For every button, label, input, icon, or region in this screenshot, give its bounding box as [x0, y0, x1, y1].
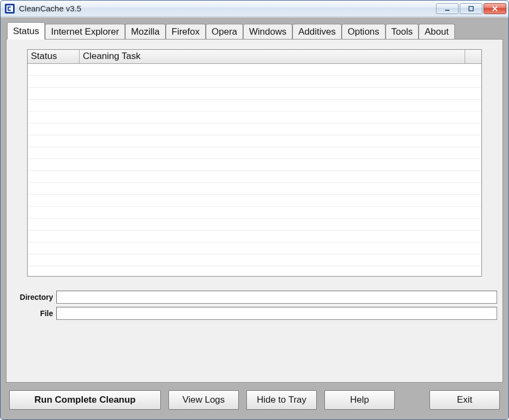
window-title: CleanCache v3.5 [18, 4, 436, 13]
field-block: Directory File [11, 291, 497, 320]
list-item [28, 76, 481, 88]
status-listview[interactable]: Status Cleaning Task [27, 49, 482, 277]
directory-field[interactable] [56, 291, 497, 304]
main-window: CleanCache v3.5 Status Internet Explorer… [0, 0, 509, 420]
listview-rows [28, 64, 481, 276]
list-item [28, 135, 481, 147]
list-item [28, 254, 481, 266]
list-item [28, 147, 481, 159]
tab-additives[interactable]: Additives [292, 24, 342, 39]
maximize-icon [468, 5, 474, 12]
list-item [28, 88, 481, 100]
tab-body-status: Status Cleaning Task [6, 39, 503, 383]
list-item [28, 242, 481, 254]
column-header-cleaning-task[interactable]: Cleaning Task [80, 50, 465, 63]
tab-internet-explorer[interactable]: Internet Explorer [45, 24, 125, 39]
minimize-button[interactable] [436, 3, 459, 14]
maximize-button[interactable] [460, 3, 482, 14]
tab-windows[interactable]: Windows [243, 24, 292, 39]
view-logs-button[interactable]: View Logs [168, 390, 239, 410]
tab-mozilla[interactable]: Mozilla [125, 24, 166, 39]
svg-rect-6 [469, 6, 473, 11]
tab-tools[interactable]: Tools [386, 24, 419, 39]
list-item [28, 171, 481, 183]
column-header-status[interactable]: Status [28, 50, 80, 63]
tab-firefox[interactable]: Firefox [166, 24, 206, 39]
tab-options[interactable]: Options [342, 24, 386, 39]
list-item [28, 100, 481, 111]
list-item [28, 123, 481, 135]
title-bar: CleanCache v3.5 [1, 1, 508, 17]
close-button[interactable] [484, 3, 506, 14]
exit-button[interactable]: Exit [429, 390, 500, 410]
close-icon [492, 5, 498, 12]
window-controls [436, 3, 506, 14]
svg-rect-4 [8, 10, 11, 11]
file-label: File [11, 309, 56, 318]
list-item [28, 64, 481, 76]
directory-label: Directory [11, 293, 56, 301]
tab-control: Status Internet Explorer Mozilla Firefox… [6, 23, 503, 383]
client-area: Status Internet Explorer Mozilla Firefox… [1, 17, 508, 419]
list-item [28, 183, 481, 195]
file-field[interactable] [56, 307, 497, 320]
svg-rect-5 [445, 10, 449, 11]
hide-to-tray-button[interactable]: Hide to Tray [246, 390, 317, 410]
directory-row: Directory [11, 291, 497, 304]
svg-rect-1 [6, 5, 13, 12]
minimize-icon [444, 5, 451, 12]
listview-header: Status Cleaning Task [28, 50, 481, 64]
run-complete-cleanup-button[interactable]: Run Complete Cleanup [9, 390, 161, 410]
list-item [28, 231, 481, 242]
tab-status[interactable]: Status [7, 22, 45, 40]
tab-about[interactable]: About [419, 24, 454, 39]
file-row: File [11, 307, 497, 320]
list-item [28, 195, 481, 207]
tab-opera[interactable]: Opera [206, 24, 243, 39]
app-icon [5, 4, 15, 14]
column-header-tail[interactable] [465, 50, 481, 63]
help-button[interactable]: Help [324, 390, 395, 410]
tab-strip: Status Internet Explorer Mozilla Firefox… [6, 23, 503, 39]
list-item [28, 219, 481, 231]
list-item [28, 207, 481, 219]
button-bar: Run Complete Cleanup View Logs Hide to T… [6, 383, 503, 414]
list-item [28, 111, 481, 123]
list-item [28, 159, 481, 171]
